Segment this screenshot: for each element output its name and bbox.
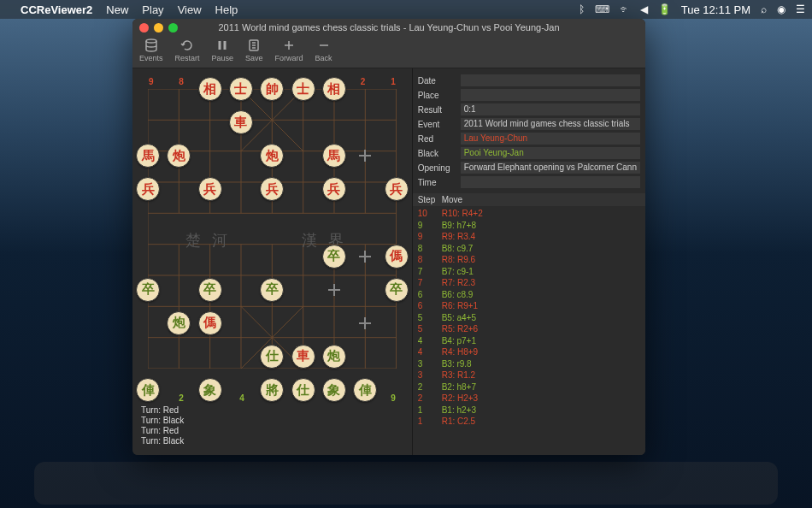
move-row[interactable]: 4R4: H8+9 <box>418 346 640 358</box>
siri-icon[interactable]: ◉ <box>777 3 786 15</box>
info-label-red: Red <box>418 134 461 144</box>
piece-red[interactable]: 車 <box>291 345 315 369</box>
move-row[interactable]: 3B3: r9.8 <box>418 358 640 370</box>
save-button[interactable]: Save <box>245 38 263 66</box>
piece-black[interactable]: 卒 <box>385 278 409 302</box>
pause-button[interactable]: Pause <box>212 38 234 66</box>
move-text: B6: c8.9 <box>442 289 474 301</box>
river-left: 楚 河 <box>185 230 231 251</box>
info-value-place[interactable] <box>461 89 640 101</box>
menubar-item-play[interactable]: Play <box>142 3 163 16</box>
info-value-black[interactable]: Pooi Yeung-Jan <box>461 147 640 159</box>
volume-icon[interactable]: ◀ <box>640 3 648 15</box>
keyboard-icon[interactable]: ⌨ <box>595 3 609 15</box>
piece-red[interactable]: 炮 <box>260 144 284 168</box>
piece-red[interactable]: 帥 <box>260 77 284 101</box>
info-value-opening[interactable]: Forward Elephant opening vs Palcorner Ca… <box>461 162 640 174</box>
info-label-time: Time <box>418 178 461 187</box>
piece-red[interactable]: 馬 <box>322 144 346 168</box>
titlebar[interactable]: 2011 World mind games chess classic tria… <box>132 19 645 36</box>
info-value-event[interactable]: 2011 World mind games chess classic tria… <box>461 118 640 130</box>
close-button[interactable] <box>139 23 149 32</box>
piece-red[interactable]: 士 <box>229 77 253 101</box>
window-title: 2011 World mind games chess classic tria… <box>132 22 645 32</box>
move-marker <box>359 251 371 263</box>
move-text: B7: c9-1 <box>442 266 474 278</box>
piece-red[interactable]: 兵 <box>260 177 284 201</box>
restart-button[interactable]: Restart <box>175 38 200 66</box>
control-center-icon[interactable]: ☰ <box>796 3 805 15</box>
move-row[interactable]: 10R10: R4+2 <box>418 208 640 220</box>
move-row[interactable]: 5R5: R2+6 <box>418 323 640 335</box>
menubar-item-help[interactable]: Help <box>215 3 238 16</box>
piece-black[interactable]: 俥 <box>136 378 160 402</box>
moves-list[interactable]: 10R10: R4+29B9: h7+89R9: R3.48B8: c9.78R… <box>413 206 645 455</box>
move-row[interactable]: 6B6: c8.9 <box>418 289 640 301</box>
piece-black[interactable]: 卒 <box>322 245 346 269</box>
events-button[interactable]: Events <box>139 38 163 66</box>
move-row[interactable]: 6R6: R9+1 <box>418 300 640 312</box>
piece-black[interactable]: 炮 <box>322 345 346 369</box>
piece-black[interactable]: 象 <box>198 378 222 402</box>
piece-red[interactable]: 傌 <box>198 311 222 335</box>
move-row[interactable]: 1R1: C2.5 <box>418 416 640 428</box>
piece-black[interactable]: 俥 <box>353 378 377 402</box>
piece-black[interactable]: 象 <box>322 378 346 402</box>
move-row[interactable]: 2R2: H2+3 <box>418 393 640 405</box>
info-value-red[interactable]: Lau Yeung-Chun <box>461 133 640 145</box>
move-row[interactable]: 3R3: R1.2 <box>418 369 640 381</box>
move-row[interactable]: 9B9: h7+8 <box>418 220 640 232</box>
piece-black[interactable]: 卒 <box>136 278 160 302</box>
menubar-item-view[interactable]: View <box>178 3 202 16</box>
back-button[interactable]: Back <box>315 38 332 66</box>
svg-point-0 <box>146 39 156 43</box>
piece-red[interactable]: 相 <box>322 77 346 101</box>
zoom-button[interactable] <box>168 23 178 32</box>
spotlight-icon[interactable]: ⌕ <box>761 3 767 15</box>
wifi-icon[interactable]: ᯤ <box>620 3 630 15</box>
piece-black[interactable]: 仕 <box>291 378 315 402</box>
info-value-time[interactable] <box>461 176 640 188</box>
move-step: 4 <box>418 346 442 358</box>
move-row[interactable]: 4B4: p7+1 <box>418 335 640 347</box>
piece-red[interactable]: 兵 <box>322 177 346 201</box>
piece-red[interactable]: 相 <box>198 77 222 101</box>
move-row[interactable]: 5B5: a4+5 <box>418 312 640 324</box>
board-pane: 987654321 <box>132 68 412 455</box>
piece-red[interactable]: 車 <box>229 110 253 134</box>
battery-icon[interactable]: 🔋 <box>658 3 671 15</box>
move-step: 4 <box>418 335 442 347</box>
move-row[interactable]: 8R8: R9.6 <box>418 254 640 266</box>
xiangqi-board[interactable]: 楚 河 漢 界 相士帥士相車馬炮炮馬兵兵兵兵兵卒傌卒卒卒卒炮傌仕車炮俥象將仕象俥 <box>148 89 397 390</box>
piece-red[interactable]: 兵 <box>198 177 222 201</box>
menubar-clock[interactable]: Tue 12:11 PM <box>681 3 750 16</box>
info-value-date[interactable] <box>461 74 640 86</box>
piece-black[interactable]: 將 <box>260 378 284 402</box>
piece-red[interactable]: 士 <box>291 77 315 101</box>
move-text: B1: h2+3 <box>442 405 476 416</box>
piece-black[interactable]: 卒 <box>260 278 284 302</box>
move-row[interactable]: 9R9: R3.4 <box>418 231 640 243</box>
piece-red[interactable]: 傌 <box>385 245 409 269</box>
bluetooth-icon[interactable]: ᛒ <box>579 3 585 15</box>
menubar-app-name[interactable]: CCReViewer2 <box>21 3 92 16</box>
piece-red[interactable]: 兵 <box>385 177 409 201</box>
piece-red[interactable]: 炮 <box>167 144 191 168</box>
move-row[interactable]: 1B1: h2+3 <box>418 405 640 416</box>
move-row[interactable]: 7R7: R2.3 <box>418 277 640 289</box>
minimize-button[interactable] <box>154 23 163 32</box>
piece-red[interactable]: 馬 <box>136 144 160 168</box>
piece-black[interactable]: 炮 <box>167 311 191 335</box>
move-row[interactable]: 8B8: c9.7 <box>418 243 640 255</box>
piece-black[interactable]: 仕 <box>260 345 284 369</box>
turn-log: Turn: RedTurn: BlackTurn: RedTurn: Black <box>136 404 409 448</box>
piece-black[interactable]: 卒 <box>198 278 222 302</box>
move-row[interactable]: 2B2: h8+7 <box>418 381 640 393</box>
forward-button[interactable]: Forward <box>275 38 303 66</box>
move-row[interactable]: 7B7: c9-1 <box>418 266 640 278</box>
save-icon <box>246 38 262 53</box>
menubar-item-new[interactable]: New <box>106 3 128 16</box>
move-step: 10 <box>418 208 442 220</box>
info-value-result[interactable]: 0:1 <box>461 103 640 115</box>
piece-red[interactable]: 兵 <box>136 177 160 201</box>
